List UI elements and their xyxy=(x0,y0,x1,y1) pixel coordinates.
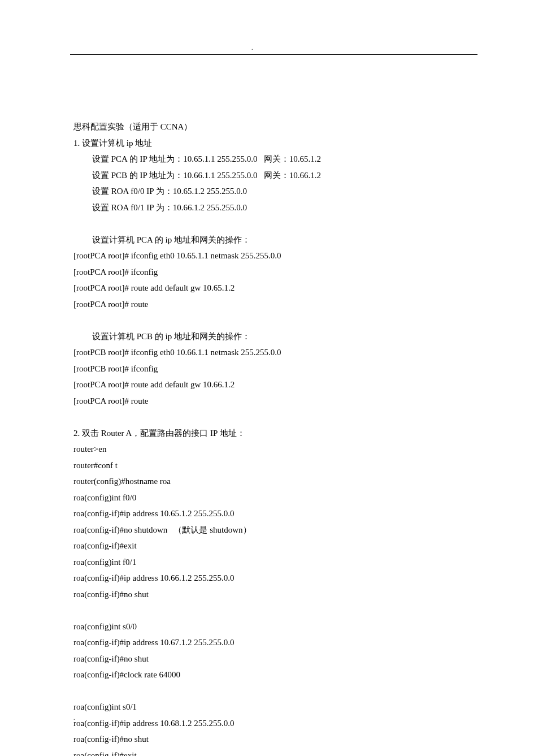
terminal-line: [rootPCA root]# route add default gw 10.… xyxy=(73,377,477,393)
cli-line: roa(config-if)#exit xyxy=(73,538,477,554)
footer-mark: . xyxy=(73,712,75,723)
cli-line: roa(config)int f0/1 xyxy=(73,554,477,571)
cli-line: roa(config-if)#ip address 10.67.1.2 255.… xyxy=(73,634,477,651)
cli-line: roa(config-if)#exit xyxy=(73,748,477,757)
terminal-line: [rootPCA root]# ifconfig eth0 10.65.1.1 … xyxy=(73,248,477,264)
terminal-line: [rootPCA root]# route add default gw 10.… xyxy=(73,280,477,296)
cli-line: roa(config-if)#ip address 10.65.1.2 255.… xyxy=(73,506,477,522)
config-line: 设置 ROA f0/1 IP 为：10.66.1.2 255.255.0.0 xyxy=(73,200,477,216)
terminal-line: [rootPCB root]# ifconfig xyxy=(73,361,477,377)
cli-line: router(config)#hostname roa xyxy=(73,473,477,490)
header-mark: . xyxy=(251,42,253,53)
cli-line: roa(config-if)#ip address 10.66.1.2 255.… xyxy=(73,570,477,586)
cli-line: roa(config)int s0/0 xyxy=(73,619,477,635)
section-1-heading: 1. 设置计算机 ip 地址 xyxy=(73,135,477,152)
config-line: 设置 ROA f0/0 IP 为：10.65.1.2 255.255.0.0 xyxy=(73,183,477,200)
config-line: 设置 PCB 的 IP 地址为：10.66.1.1 255.255.0.0 网关… xyxy=(73,167,477,184)
cli-line: router>en xyxy=(73,441,477,457)
doc-title: 思科配置实验（适用于 CCNA） xyxy=(73,119,477,135)
terminal-line: [rootPCA root]# route xyxy=(73,393,477,409)
cli-line: roa(config-if)#ip address 10.68.1.2 255.… xyxy=(73,715,477,732)
config-line: 设置 PCA 的 IP 地址为：10.65.1.1 255.255.0.0 网关… xyxy=(73,151,477,167)
cli-line: roa(config-if)#no shut xyxy=(73,586,477,603)
terminal-line: [rootPCA root]# route xyxy=(73,296,477,313)
terminal-line: [rootPCB root]# ifconfig eth0 10.66.1.1 … xyxy=(73,344,477,361)
cli-line: roa(config-if)#clock rate 64000 xyxy=(73,667,477,683)
document-body: 思科配置实验（适用于 CCNA） 1. 设置计算机 ip 地址 设置 PCA 的… xyxy=(0,34,534,756)
cli-line: roa(config-if)#no shut xyxy=(73,651,477,667)
cli-line: router#conf t xyxy=(73,457,477,474)
cli-line: roa(config-if)#no shutdown （默认是 shutdown… xyxy=(73,522,477,538)
pcb-heading: 设置计算机 PCB 的 ip 地址和网关的操作： xyxy=(73,329,477,345)
section-2-heading: 2. 双击 Router A，配置路由器的接口 IP 地址： xyxy=(73,425,477,442)
terminal-line: [rootPCA root]# ifconfig xyxy=(73,264,477,280)
cli-line: roa(config-if)#no shut xyxy=(73,731,477,748)
cli-line: roa(config)int s0/1 xyxy=(73,699,477,715)
header-rule xyxy=(70,54,477,55)
pca-heading: 设置计算机 PCA 的 ip 地址和网关的操作： xyxy=(73,232,477,248)
cli-line: roa(config)int f0/0 xyxy=(73,490,477,506)
